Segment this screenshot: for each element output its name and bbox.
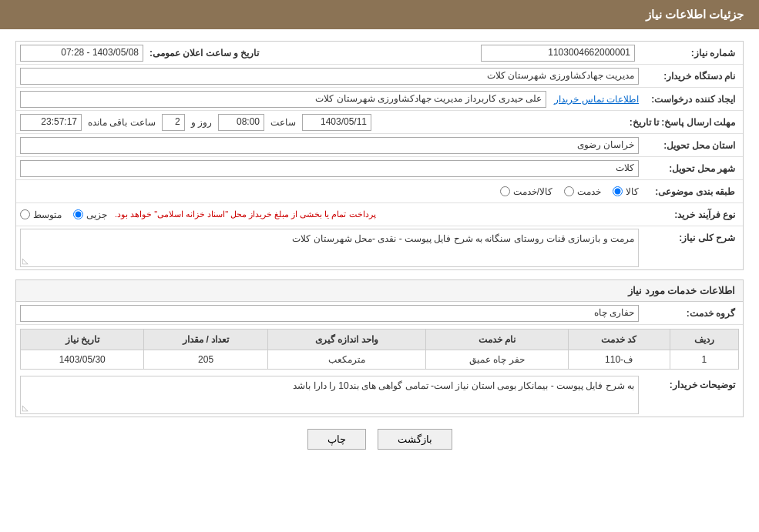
row-buyer-notes: توضیحات خریدار: به شرح فایل پیوست - بیما… (16, 373, 743, 417)
reply-time-value: 08:00 (218, 114, 264, 131)
cell-service-code: ف-110 (568, 350, 670, 370)
need-description-wrapper: مرمت و بازسازی قنات روستای سنگانه به شرح… (20, 229, 639, 267)
category-option-1: کالا (613, 186, 639, 197)
purchase-option-2-label: متوسط (33, 209, 62, 220)
row-service-group: گروه خدمت: حفاری چاه (16, 302, 743, 325)
services-section-title: اطلاعات خدمات مورد نیاز (15, 279, 744, 301)
purchase-option-1-label: جزیی (86, 209, 107, 220)
service-group-value: حفاری چاه (20, 305, 639, 322)
header-title: جزئیات اطلاعات نیاز (646, 8, 744, 21)
main-content: شماره نیاز: 1103004662000001 تاریخ و ساع… (0, 29, 759, 473)
purchase-radio-2[interactable] (20, 209, 30, 219)
row-city: شهر محل تحویل: کلات (16, 157, 743, 180)
buyer-notes-value: به شرح فایل پیوست - بیمانکار بومی استان … (25, 380, 634, 391)
category-option-3-label: کالا/خدمت (513, 186, 552, 197)
reply-remaining-value: 23:57:17 (20, 114, 82, 131)
purchase-radio-1[interactable] (73, 209, 83, 219)
info-section: شماره نیاز: 1103004662000001 تاریخ و ساع… (15, 41, 744, 270)
need-number-input: 1103004662000001 (481, 45, 635, 62)
reply-deadline-label: مهلت ارسال پاسخ: تا تاریخ: (639, 117, 739, 128)
reply-deadline-fields: 23:57:17 ساعت باقی مانده 2 روز و 08:00 س… (20, 114, 639, 131)
category-option-2-label: خدمت (577, 186, 601, 197)
buyer-notes-label: توضیحات خریدار: (639, 376, 739, 390)
th-quantity: تعداد / مقدار (144, 330, 267, 350)
category-radio-1[interactable] (613, 186, 623, 196)
category-radio-3[interactable] (500, 186, 510, 196)
purchase-type-group: متوسط جزیی پرداخت تمام یا بخشی از مبلغ خ… (20, 207, 639, 222)
remaining-label: ساعت باقی مانده (88, 117, 156, 128)
requester-value: علی حیدری کاربرداز مدیریت جهادکشاورزی شه… (20, 91, 546, 108)
purchase-option-1: جزیی (73, 209, 107, 220)
th-unit: واحد اندازه گیری (267, 330, 425, 350)
services-table: ردیف کد خدمت نام خدمت واحد اندازه گیری ت… (20, 329, 739, 370)
category-option-3: کالا/خدمت (500, 186, 552, 197)
service-group-label: گروه خدمت: (639, 308, 739, 319)
print-button[interactable]: چاپ (307, 429, 366, 450)
announce-date-group: تاریخ و ساعت اعلان عمومی: 1403/05/08 - 0… (20, 45, 263, 62)
row-need-description: شرح کلی نیاز: مرمت و بازسازی قنات روستای… (16, 226, 743, 269)
province-label: استان محل تحویل: (639, 140, 739, 151)
requester-label: ایجاد کننده درخواست: (639, 94, 739, 105)
row-requester: ایجاد کننده درخواست: اطلاعات تماس خریدار… (16, 88, 743, 111)
th-service-code: کد خدمت (568, 330, 670, 350)
buyer-org-value: مدیریت جهادکشاورزی شهرستان کلات (20, 68, 639, 85)
cell-service-name: حفر چاه عمیق (426, 350, 569, 370)
days-label: روز و (191, 117, 212, 128)
services-table-wrapper: ردیف کد خدمت نام خدمت واحد اندازه گیری ت… (16, 325, 743, 373)
th-date: تاریخ نیاز (21, 330, 144, 350)
row-reply-deadline: مهلت ارسال پاسخ: تا تاریخ: 23:57:17 ساعت… (16, 111, 743, 134)
row-need-number: شماره نیاز: 1103004662000001 تاریخ و ساع… (16, 42, 743, 65)
row-buyer-org: نام دستگاه خریدار: مدیریت جهادکشاورزی شه… (16, 65, 743, 88)
city-label: شهر محل تحویل: (639, 163, 739, 174)
requester-link[interactable]: اطلاعات تماس خریدار (554, 94, 639, 105)
row-province: استان محل تحویل: خراسان رضوی (16, 134, 743, 157)
page-header: جزئیات اطلاعات نیاز (0, 0, 759, 29)
need-description-label: شرح کلی نیاز: (639, 229, 739, 243)
province-value: خراسان رضوی (20, 137, 639, 154)
announce-date-value: 1403/05/08 - 07:28 (20, 45, 143, 62)
purchase-note: پرداخت تمام یا بخشی از مبلغ خریداز محل "… (111, 207, 380, 222)
back-button[interactable]: بازگشت (378, 429, 452, 450)
page-wrapper: جزئیات اطلاعات نیاز شماره نیاز: 11030046… (0, 0, 759, 532)
row-category: طبقه بندی موضوعی: کالا/خدمت خدمت کالا (16, 180, 743, 203)
requester-group: اطلاعات تماس خریدار علی حیدری کاربرداز م… (20, 91, 639, 108)
cell-quantity: 205 (144, 350, 267, 370)
buyer-notes-wrapper: به شرح فایل پیوست - بیمانکار بومی استان … (20, 376, 639, 414)
cell-row-num: 1 (670, 350, 739, 370)
need-description-value: مرمت و بازسازی قنات روستای سنگانه به شرح… (25, 233, 634, 244)
buyer-org-label: نام دستگاه خریدار: (639, 71, 739, 82)
city-value: کلات (20, 160, 639, 177)
th-row-num: ردیف (670, 330, 739, 350)
category-radio-2[interactable] (564, 186, 574, 196)
row-purchase-type: نوع فرآیند خرید: متوسط جزیی پرداخت تمام … (16, 203, 743, 226)
category-option-1-label: کالا (626, 186, 639, 197)
reply-days-value: 2 (162, 114, 185, 131)
th-service-name: نام خدمت (426, 330, 569, 350)
time-label: ساعت (270, 117, 296, 128)
category-radio-group: کالا/خدمت خدمت کالا (500, 186, 639, 197)
purchase-option-2: متوسط (20, 209, 62, 220)
need-number-value: 1103004662000001 (263, 45, 639, 62)
category-label: طبقه بندی موضوعی: (639, 186, 739, 197)
table-header-row: ردیف کد خدمت نام خدمت واحد اندازه گیری ت… (21, 330, 739, 350)
need-number-label: شماره نیاز: (639, 48, 739, 59)
announce-date-label: تاریخ و ساعت اعلان عمومی: (149, 48, 263, 59)
purchase-type-label: نوع فرآیند خرید: (639, 209, 739, 220)
cell-unit: مترمکعب (267, 350, 425, 370)
purchase-radio-group: متوسط جزیی (20, 209, 107, 220)
reply-date-value: 1403/05/11 (302, 114, 371, 131)
cell-date: 1403/05/30 (21, 350, 144, 370)
button-row: بازگشت چاپ (15, 429, 744, 461)
category-option-2: خدمت (564, 186, 601, 197)
table-row: 1 ف-110 حفر چاه عمیق مترمکعب 205 1403/05… (21, 350, 739, 370)
services-section: گروه خدمت: حفاری چاه ردیف کد خدمت نام خد… (15, 301, 744, 417)
